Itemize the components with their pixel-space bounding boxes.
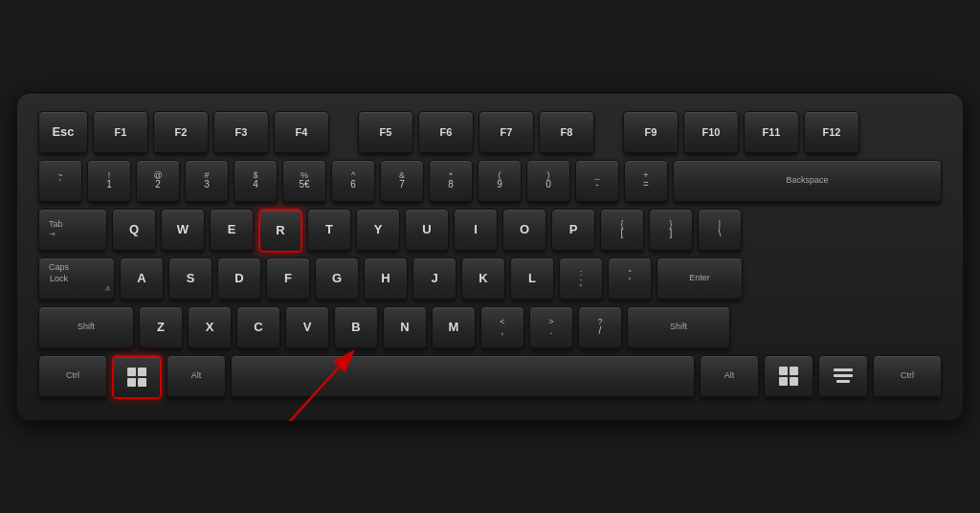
key-8[interactable]: *8 [429, 160, 473, 204]
key-enter[interactable]: Enter [657, 257, 743, 301]
key-e[interactable]: E [210, 209, 254, 253]
key-f1[interactable]: F1 [93, 111, 148, 155]
key-r[interactable]: R [258, 209, 302, 253]
key-alt-right[interactable]: Alt [700, 355, 759, 399]
number-row: ~` !1 @2 #3 $4 %5€ ^6 &7 *8 (9 )0 _- += … [38, 160, 942, 204]
key-ctrl-left[interactable]: Ctrl [38, 355, 107, 399]
asdf-row: CapsLock A A S D F G H J K L :; "' Enter [38, 257, 942, 301]
key-f2[interactable]: F2 [153, 111, 209, 155]
key-win-left[interactable] [112, 355, 162, 399]
key-ctrl-right[interactable]: Ctrl [873, 355, 942, 399]
key-j[interactable]: J [412, 257, 457, 301]
key-f7[interactable]: F7 [479, 111, 534, 155]
svg-rect-6 [779, 377, 788, 386]
key-comma[interactable]: <, [480, 306, 524, 350]
key-slash[interactable]: ?/ [578, 306, 622, 350]
key-t[interactable]: T [307, 209, 351, 253]
key-f10[interactable]: F10 [683, 111, 739, 155]
qwerty-row: Tab ⇥ Q W E R T Y U I O P {[ }] |\ [38, 209, 942, 253]
key-quote[interactable]: "' [608, 257, 652, 301]
key-f3[interactable]: F3 [213, 111, 269, 155]
windows-icon [126, 367, 147, 388]
key-shift-left[interactable]: Shift [38, 306, 134, 350]
zxcv-row: Shift Z X C V B N M <, >. ?/ Shift [38, 306, 942, 350]
keyboard-rows: Esc F1 F2 F3 F4 F5 F6 F7 F8 F9 F10 F11 F… [38, 111, 942, 399]
key-9[interactable]: (9 [478, 160, 522, 204]
key-minus[interactable]: _- [575, 160, 619, 204]
key-f11[interactable]: F11 [744, 111, 799, 155]
key-f8[interactable]: F8 [539, 111, 594, 155]
key-6[interactable]: ^6 [331, 160, 375, 204]
key-f[interactable]: F [266, 257, 310, 301]
key-tab[interactable]: Tab ⇥ [38, 209, 107, 253]
key-n[interactable]: N [383, 306, 427, 350]
key-s[interactable]: S [168, 257, 212, 301]
key-o[interactable]: O [502, 209, 546, 253]
key-2[interactable]: @2 [136, 160, 180, 204]
key-backspace[interactable]: Backspace [673, 160, 942, 204]
key-v[interactable]: V [285, 306, 329, 350]
key-i[interactable]: I [454, 209, 498, 253]
key-3[interactable]: #3 [185, 160, 229, 204]
key-k[interactable]: K [461, 257, 505, 301]
svg-rect-9 [834, 374, 853, 377]
key-y[interactable]: Y [356, 209, 400, 253]
svg-rect-1 [138, 368, 146, 376]
svg-rect-3 [138, 378, 146, 387]
menu-icon [834, 368, 853, 384]
key-menu[interactable] [818, 355, 868, 399]
function-row: Esc F1 F2 F3 F4 F5 F6 F7 F8 F9 F10 F11 F… [38, 111, 942, 155]
key-z[interactable]: Z [139, 306, 183, 350]
key-4[interactable]: $4 [234, 160, 278, 204]
key-7[interactable]: &7 [380, 160, 424, 204]
keyboard: Esc F1 F2 F3 F4 F5 F6 F7 F8 F9 F10 F11 F… [16, 93, 964, 421]
key-lbracket[interactable]: {[ [600, 209, 644, 253]
bottom-row: Ctrl Alt Alt [38, 355, 942, 399]
key-win-right[interactable] [764, 355, 813, 399]
key-d[interactable]: D [217, 257, 261, 301]
key-period[interactable]: >. [529, 306, 573, 350]
key-1[interactable]: !1 [87, 160, 131, 204]
key-alt-left[interactable]: Alt [167, 355, 226, 399]
svg-rect-0 [127, 368, 136, 376]
key-capslock[interactable]: CapsLock A [38, 257, 115, 301]
svg-rect-10 [836, 380, 850, 383]
svg-rect-5 [790, 367, 798, 375]
key-f6[interactable]: F6 [418, 111, 474, 155]
key-5[interactable]: %5€ [282, 160, 326, 204]
key-rbracket[interactable]: }] [649, 209, 693, 253]
svg-rect-7 [790, 377, 798, 386]
key-backtick[interactable]: ~` [38, 160, 82, 204]
key-m[interactable]: M [432, 306, 476, 350]
svg-rect-8 [834, 368, 853, 371]
key-x[interactable]: X [188, 306, 232, 350]
key-backslash[interactable]: |\ [698, 209, 742, 253]
key-equals[interactable]: += [624, 160, 668, 204]
key-semicolon[interactable]: :; [559, 257, 603, 301]
key-q[interactable]: Q [112, 209, 156, 253]
key-h[interactable]: H [364, 257, 408, 301]
key-b[interactable]: B [334, 306, 378, 350]
key-g[interactable]: G [315, 257, 359, 301]
key-f4[interactable]: F4 [274, 111, 329, 155]
key-a[interactable]: A [120, 257, 164, 301]
key-l[interactable]: L [510, 257, 554, 301]
key-f9[interactable]: F9 [623, 111, 679, 155]
windows-icon-right [778, 366, 799, 387]
key-f5[interactable]: F5 [358, 111, 413, 155]
key-c[interactable]: C [236, 306, 280, 350]
key-space[interactable] [231, 355, 695, 399]
key-w[interactable]: W [161, 209, 205, 253]
key-shift-right[interactable]: Shift [627, 306, 730, 350]
key-esc[interactable]: Esc [38, 111, 88, 155]
key-p[interactable]: P [551, 209, 595, 253]
key-u[interactable]: U [405, 209, 449, 253]
key-f12[interactable]: F12 [804, 111, 859, 155]
svg-rect-2 [127, 378, 136, 387]
svg-rect-4 [779, 367, 788, 375]
key-0[interactable]: )0 [526, 160, 570, 204]
